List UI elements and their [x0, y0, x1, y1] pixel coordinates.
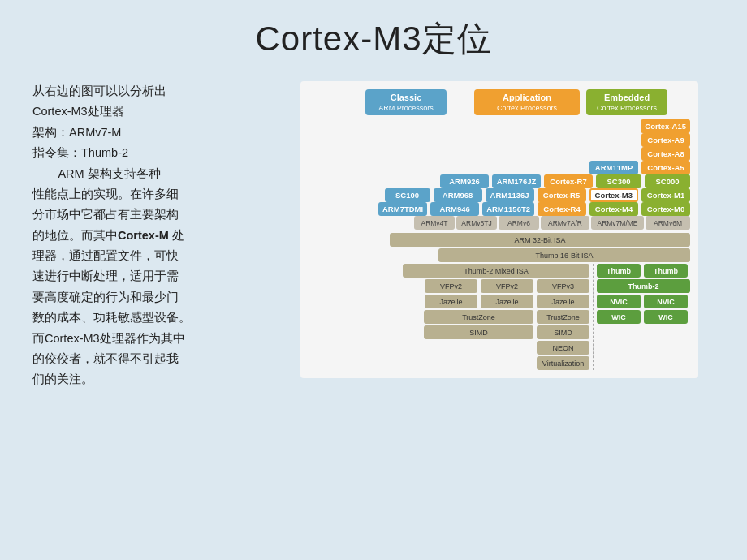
description-text: 从右边的图可以以分析出 Cortex-M3处理器 架构：ARMv7-M 指令集：…: [32, 81, 260, 390]
label-armv7mme: ARMv7M/ME: [591, 216, 644, 230]
chip-arm1136j: ARM1136J: [486, 188, 534, 202]
row-vfpv2: VFPv2 VFPv2 VFPv3: [309, 279, 589, 293]
row-virtualization: Virtualization: [309, 356, 589, 370]
content-area: 从右边的图可以以分析出 Cortex-M3处理器 架构：ARMv7-M 指令集：…: [32, 81, 715, 390]
row-arch-labels: ARMv4T ARMv5TJ ARMv6 ARMv7A/R ARMv7M/ME …: [309, 216, 690, 230]
row-thumb16: Thumb 16-Bit ISA: [309, 248, 690, 262]
label-armv5tj: ARMv5TJ: [456, 216, 497, 230]
page-title: Cortex-M3定位: [32, 16, 715, 62]
row-neon: NEON: [309, 341, 589, 355]
bar-neon: NEON: [537, 341, 589, 355]
arm-diagram: ClassicARM Processors ApplicationCortex …: [300, 81, 698, 378]
bar-vfpv2-1: VFPv2: [425, 279, 477, 293]
chip-cortex-m3: Cortex-M3: [589, 188, 638, 202]
row-32bit-isa: ARM 32-Bit ISA: [309, 233, 690, 247]
bar-simd-1: SIMD: [424, 325, 533, 339]
bar-thumb-2: Thumb: [644, 264, 688, 278]
chip-sc300: SC300: [596, 174, 641, 188]
bar-32bit-isa: ARM 32-Bit ISA: [390, 233, 690, 247]
row-thumb2-right: Thumb-2: [597, 279, 690, 293]
row-thumb2-mixed: Thumb-2 Mixed ISA: [309, 264, 589, 278]
chip-arm946: ARM946: [430, 202, 479, 216]
label-armv6: ARMv6: [499, 216, 539, 230]
chip-sc000: SC000: [645, 174, 690, 188]
bar-thumb16: Thumb 16-Bit ISA: [438, 248, 690, 262]
bar-wic-1: WIC: [597, 310, 641, 324]
feature-section: Thumb-2 Mixed ISA VFPv2 VFPv2 VFPv3 Jaze…: [309, 264, 690, 370]
row-simd: SIMD SIMD: [309, 325, 589, 339]
chip-sc100: SC100: [385, 188, 430, 202]
bar-thumb2-mixed: Thumb-2 Mixed ISA: [403, 264, 589, 278]
chip-cortex-m0: Cortex-M0: [641, 202, 690, 216]
left-features: Thumb-2 Mixed ISA VFPv2 VFPv2 VFPv3 Jaze…: [309, 264, 589, 370]
label-armv7ar: ARMv7A/R: [541, 216, 589, 230]
chip-cortex-m1: Cortex-M1: [641, 188, 690, 202]
row-nvic: NVIC NVIC: [597, 295, 690, 308]
text-panel: 从右边的图可以以分析出 Cortex-M3处理器 架构：ARMv7-M 指令集：…: [32, 81, 260, 390]
row-arm11mp: ARM11MP Cortex-A5: [309, 161, 690, 174]
chip-cortex-m4: Cortex-M4: [589, 202, 638, 216]
bar-simd-2: SIMD: [537, 325, 589, 339]
row-cortex-a9: Cortex-A9: [309, 133, 690, 147]
bar-jazelle-1: Jazelle: [425, 295, 477, 308]
row-cortex-a8: Cortex-A8: [309, 147, 690, 161]
bar-virtualization: Virtualization: [537, 356, 589, 370]
row-thumb-right: Thumb Thumb: [597, 264, 690, 278]
chip-arm11mp: ARM11MP: [589, 161, 638, 174]
bar-thumb-1: Thumb: [597, 264, 641, 278]
row-trustzone: TrustZone TrustZone: [309, 310, 589, 324]
bar-wic-2: WIC: [644, 310, 688, 324]
bar-thumb2-right: Thumb-2: [597, 279, 690, 293]
chip-cortex-a8: Cortex-A8: [641, 147, 690, 161]
chip-cortex-a15: Cortex-A15: [641, 119, 690, 133]
diagram-panel: ClassicARM Processors ApplicationCortex …: [284, 81, 715, 378]
chip-arm926: ARM926: [440, 174, 489, 188]
bar-trustzone-1: TrustZone: [424, 310, 533, 324]
chip-cortex-r4: Cortex-R4: [538, 202, 586, 216]
chip-cortex-a9: Cortex-A9: [641, 133, 690, 147]
embedded-header: EmbeddedCortex Processors: [586, 89, 667, 115]
bar-nvic-1: NVIC: [597, 295, 641, 308]
chip-cortex-r5: Cortex-R5: [538, 188, 586, 202]
bar-nvic-2: NVIC: [644, 295, 688, 308]
row-arm926: ARM926 ARM176JZ Cortex-R7 SC300 SC000: [309, 174, 690, 188]
chip-cortex-r7: Cortex-R7: [544, 174, 593, 188]
right-features: Thumb Thumb Thumb-2 NVIC NVIC: [593, 264, 690, 370]
bar-vfpv3: VFPv3: [537, 279, 589, 293]
row-jazelle: Jazelle Jazelle Jazelle: [309, 295, 589, 308]
label-armv6m: ARMv6M: [646, 216, 690, 230]
chip-arm968: ARM968: [434, 188, 482, 202]
chip-arm176jz: ARM176JZ: [492, 174, 541, 188]
row-sc100: SC100 ARM968 ARM1136J Cortex-R5 Cortex-M…: [309, 188, 690, 202]
row-wic: WIC WIC: [597, 310, 690, 324]
row-cortex-a15: Cortex-A15: [309, 119, 690, 133]
label-armv4t: ARMv4T: [414, 216, 455, 230]
bar-vfpv2-2: VFPv2: [481, 279, 533, 293]
row-arm7tdmi: ARM7TDMI ARM946 ARM1156T2 Cortex-R4 Cort…: [309, 202, 690, 216]
chip-cortex-a5: Cortex-A5: [641, 161, 690, 174]
bar-jazelle-3: Jazelle: [537, 295, 589, 308]
classic-header: ClassicARM Processors: [365, 89, 447, 115]
bar-trustzone-2: TrustZone: [537, 310, 589, 324]
bar-jazelle-2: Jazelle: [481, 295, 533, 308]
page: Cortex-M3定位 从右边的图可以以分析出 Cortex-M3处理器 架构：…: [0, 0, 747, 560]
chip-arm1156t2: ARM1156T2: [482, 202, 534, 216]
application-header: ApplicationCortex Processors: [474, 89, 580, 115]
chip-arm7tdmi: ARM7TDMI: [378, 202, 427, 216]
